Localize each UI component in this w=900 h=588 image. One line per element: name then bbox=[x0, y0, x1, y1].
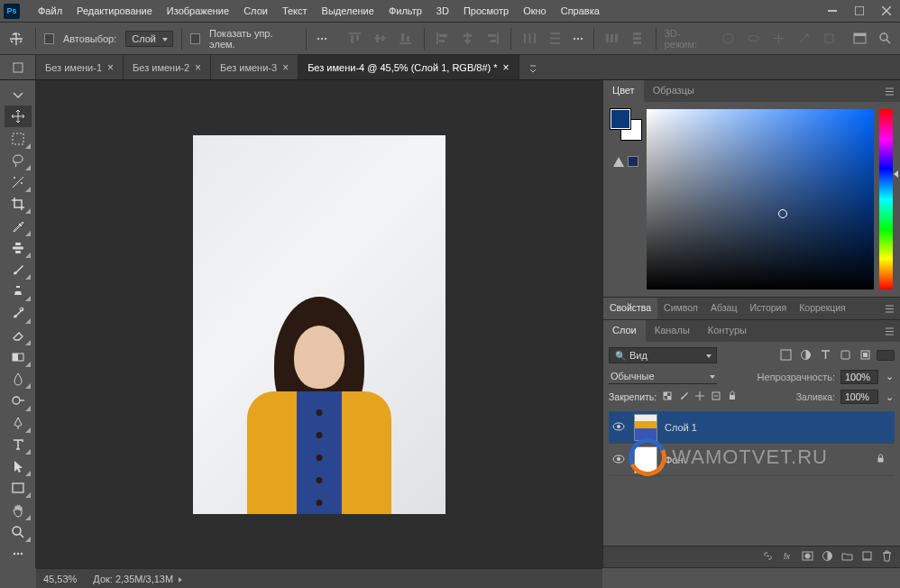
layers-tab[interactable]: Слои bbox=[603, 320, 646, 342]
filter-adjustment-icon[interactable] bbox=[800, 349, 812, 363]
visibility-icon[interactable] bbox=[612, 420, 627, 435]
menu-window[interactable]: Окно bbox=[516, 2, 554, 20]
align-bottom-icon[interactable] bbox=[396, 28, 416, 50]
eyedropper-tool[interactable] bbox=[5, 215, 32, 236]
blend-mode-select[interactable]: Обычные bbox=[609, 369, 717, 384]
lock-position-icon[interactable] bbox=[694, 390, 705, 403]
menu-image[interactable]: Изображение bbox=[160, 2, 236, 20]
chevron-down-icon[interactable]: ⌄ bbox=[884, 371, 895, 382]
move-tool[interactable] bbox=[5, 106, 32, 127]
panel-menu-icon[interactable] bbox=[878, 80, 900, 102]
menu-edit[interactable]: Редактирование bbox=[69, 2, 160, 20]
new-layer-icon[interactable] bbox=[861, 550, 873, 564]
distribute-h-icon[interactable] bbox=[519, 28, 539, 50]
type-tool[interactable] bbox=[5, 434, 32, 455]
filter-pixel-icon[interactable] bbox=[780, 349, 792, 363]
close-icon[interactable]: × bbox=[503, 61, 510, 74]
document-tab-2[interactable]: Без имени-2× bbox=[124, 55, 211, 79]
chevron-down-icon[interactable]: ⌄ bbox=[884, 391, 895, 402]
distribute-spacing-v-icon[interactable] bbox=[628, 28, 647, 50]
brush-tool[interactable] bbox=[5, 259, 32, 280]
color-field[interactable] bbox=[647, 109, 874, 289]
foreground-swatch[interactable] bbox=[611, 109, 630, 129]
paragraph-tab[interactable]: Абзац bbox=[704, 298, 743, 319]
canvas[interactable] bbox=[36, 80, 602, 568]
maximize-button[interactable] bbox=[849, 4, 869, 18]
layer-mask-icon[interactable] bbox=[802, 550, 813, 564]
document-tab-4[interactable]: Без имени-4 @ 45,5% (Слой 1, RGB/8#) *× bbox=[298, 55, 519, 79]
minimize-button[interactable] bbox=[822, 4, 842, 18]
layer-thumbnail[interactable] bbox=[634, 414, 657, 441]
menu-text[interactable]: Текст bbox=[275, 2, 315, 20]
group-layers-icon[interactable] bbox=[841, 550, 853, 564]
menu-select[interactable]: Выделение bbox=[315, 2, 381, 20]
lock-artboard-icon[interactable] bbox=[711, 390, 721, 403]
menu-view[interactable]: Просмотр bbox=[456, 2, 516, 20]
properties-tab[interactable]: Свойства bbox=[603, 298, 657, 319]
layer-item-1[interactable]: Слой 1 bbox=[609, 411, 895, 444]
layer-style-icon[interactable]: fx bbox=[782, 550, 794, 564]
rectangle-tool[interactable] bbox=[5, 477, 32, 499]
align-top-icon[interactable] bbox=[345, 28, 365, 50]
blur-tool[interactable] bbox=[5, 368, 32, 390]
channels-tab[interactable]: Каналы bbox=[646, 320, 699, 342]
zoom-tool[interactable] bbox=[5, 521, 32, 543]
zoom-value[interactable]: 45,53% bbox=[43, 574, 77, 584]
close-icon[interactable]: × bbox=[195, 61, 201, 74]
menu-help[interactable]: Справка bbox=[554, 2, 607, 20]
doc-info[interactable]: Док: 2,35M/3,13M bbox=[93, 574, 173, 584]
align-left-icon[interactable] bbox=[432, 28, 452, 50]
path-selection-tool[interactable] bbox=[5, 455, 32, 477]
home-button[interactable] bbox=[0, 55, 36, 79]
adjustments-tab[interactable]: Коррекция bbox=[793, 298, 852, 319]
adjustment-layer-icon[interactable] bbox=[822, 550, 833, 564]
eraser-tool[interactable] bbox=[5, 325, 32, 346]
menu-layers[interactable]: Слои bbox=[236, 2, 275, 20]
panel-menu-icon[interactable] bbox=[878, 320, 900, 342]
more-options-icon[interactable] bbox=[315, 27, 330, 51]
paths-tab[interactable]: Контуры bbox=[699, 320, 756, 342]
history-tab[interactable]: История bbox=[743, 298, 793, 319]
show-controls-checkbox[interactable] bbox=[190, 33, 200, 44]
dodge-tool[interactable] bbox=[5, 390, 32, 411]
menu-file[interactable]: Файл bbox=[31, 2, 69, 20]
layer-name[interactable]: Слой 1 bbox=[665, 422, 697, 433]
auto-select-dropdown[interactable]: Слой bbox=[125, 31, 173, 47]
hand-tool[interactable] bbox=[5, 499, 32, 520]
document-canvas[interactable] bbox=[193, 135, 445, 514]
delete-layer-icon[interactable] bbox=[881, 550, 893, 564]
filter-shape-icon[interactable] bbox=[840, 349, 851, 363]
menu-filter[interactable]: Фильтр bbox=[381, 2, 429, 20]
align-hcenter-icon[interactable] bbox=[457, 28, 477, 50]
character-tab[interactable]: Символ bbox=[657, 298, 704, 319]
workspace-layout-icon[interactable] bbox=[849, 28, 869, 50]
visibility-icon[interactable] bbox=[612, 453, 627, 467]
toolbar-more-icon[interactable] bbox=[5, 543, 32, 565]
clone-stamp-tool[interactable] bbox=[5, 280, 32, 302]
gamut-warning[interactable] bbox=[613, 156, 638, 167]
layer-name[interactable]: Фон bbox=[665, 455, 684, 465]
link-layers-icon[interactable] bbox=[762, 550, 774, 564]
close-icon[interactable]: × bbox=[107, 61, 114, 74]
layer-item-2[interactable]: Фон bbox=[609, 444, 895, 476]
hue-slider[interactable] bbox=[879, 109, 893, 289]
color-tab[interactable]: Цвет bbox=[603, 80, 644, 102]
panel-menu-icon[interactable] bbox=[878, 298, 900, 319]
menu-3d[interactable]: 3D bbox=[429, 2, 456, 20]
align-vcenter-icon[interactable] bbox=[371, 28, 390, 50]
lock-paint-icon[interactable] bbox=[678, 390, 689, 403]
align-more-icon[interactable] bbox=[570, 27, 585, 51]
search-icon[interactable] bbox=[875, 28, 895, 50]
fill-input[interactable]: 100% bbox=[840, 390, 878, 404]
swatches-tab[interactable]: Образцы bbox=[644, 80, 703, 102]
toolbar-collapse-icon[interactable] bbox=[5, 84, 32, 106]
crop-tool[interactable] bbox=[5, 193, 32, 215]
magic-wand-tool[interactable] bbox=[5, 171, 32, 193]
lock-pixels-icon[interactable] bbox=[662, 390, 673, 403]
filter-toggle[interactable] bbox=[877, 350, 895, 361]
auto-select-checkbox[interactable] bbox=[44, 33, 54, 44]
active-tool-icon[interactable] bbox=[5, 27, 27, 51]
close-icon[interactable]: × bbox=[282, 61, 289, 74]
history-brush-tool[interactable] bbox=[5, 302, 32, 324]
filter-smart-icon[interactable] bbox=[859, 349, 871, 363]
